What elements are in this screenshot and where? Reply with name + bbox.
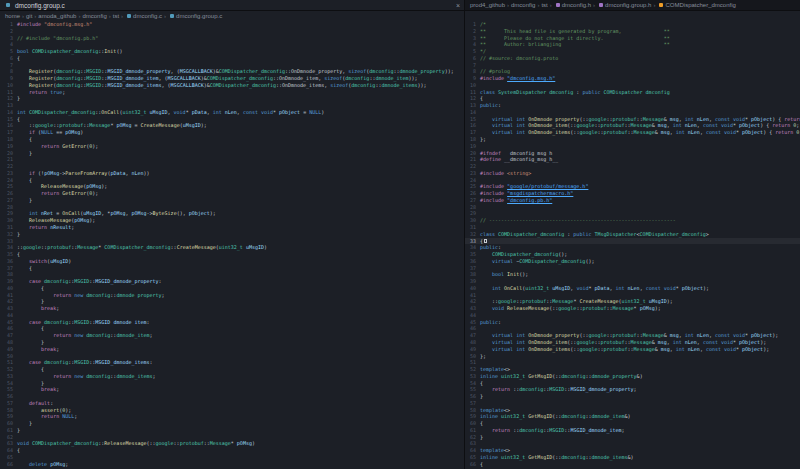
code-line[interactable]: 52 { [0,366,464,373]
code-line[interactable]: 55 return ::dmconfig::MSGID::MSGID_dmnod… [465,386,800,393]
code-line[interactable]: 26#include "msgdispatchermacro.h" [465,190,800,197]
code-line[interactable]: 20#ifndef __dmconfig_msg_h__ [465,150,800,157]
breadcrumb-item[interactable]: dmconfig [511,2,535,8]
code-line[interactable]: 40 int OnCall(uint32_t uMsgID, void* pDa… [465,285,800,292]
code-line[interactable]: 26 return GetError(0); [0,190,464,197]
code-line[interactable]: 11 return true; [0,89,464,96]
code-line[interactable]: 9#include "dmconfig.msg.h" [465,75,800,82]
breadcrumb-item[interactable]: dmconfig.group.h [605,2,651,8]
code-line[interactable]: 23#include <string> [465,170,800,177]
code-line[interactable]: 4 [0,41,464,48]
code-line[interactable]: 27 } [0,197,464,204]
code-line[interactable]: 6// #source: dmconfig.proto [465,55,800,62]
code-line[interactable]: 53inline uint32_t GetMsgID(::dmconfig::d… [465,373,800,380]
code-line[interactable]: 39 case dmconfig::MSGID::MSGID_dmnode_pr… [0,278,464,285]
code-line[interactable]: 13public: [465,102,800,109]
code-line[interactable]: 3// #include "dmconfig.pb.h" [0,35,464,42]
code-line[interactable]: 21 [0,156,464,163]
code-line[interactable]: 5*/ [465,48,800,55]
code-line[interactable]: 45 case dmconfig::MSGID::MSGID_dmnode_it… [0,319,464,326]
code-line[interactable]: 32} [0,231,464,238]
breadcrumb-item[interactable]: tst [541,2,547,8]
code-line[interactable]: 54 } [0,380,464,387]
code-line[interactable]: 22 [465,163,800,170]
breadcrumb-item[interactable]: dmconfig.h [562,2,591,8]
code-line[interactable]: 27#include "dmconfig.pb.h" [465,197,800,204]
code-line[interactable]: 42 } [0,298,464,305]
code-line[interactable]: 15{ [0,116,464,123]
code-line[interactable]: 65 [0,454,464,461]
code-line[interactable]: 18 { [0,136,464,143]
code-line[interactable]: 8 Register(dmconfig::MSGID::MSGID_dmnode… [0,68,464,75]
code-line[interactable]: 62 [0,434,464,441]
code-line[interactable]: 46 { [0,325,464,332]
code-line[interactable]: 35{ [0,251,464,258]
code-line[interactable]: 14 [465,109,800,116]
code-line[interactable]: 6{ [0,55,464,62]
code-line[interactable]: 16 ::google::protobuf::Message* pOMsg = … [0,122,464,129]
code-line[interactable]: 57 [465,400,800,407]
code-line[interactable]: 59 return NULL; [0,413,464,420]
code-line[interactable]: 44 [0,312,464,319]
code-line[interactable]: 5bool COMDispatcher_dmconfig::Init() [0,48,464,55]
code-line[interactable]: 58 assert(0); [0,407,464,414]
code-line[interactable]: 36 virtual ~COMDispatcher_dmconfig(); [465,258,800,265]
code-line[interactable]: 19 return GetError(0); [0,143,464,150]
code-line[interactable]: 32class COMDispatcher_dmconfig : public … [465,231,800,238]
code-line[interactable]: 47 virtual int OnDmnode_property(::googl… [465,332,800,339]
code-line[interactable]: 50 [0,353,464,360]
code-line[interactable]: 48 virtual int OnDmnode_item(::google::p… [465,339,800,346]
code-line[interactable]: 24 { [0,177,464,184]
breadcrumb-item[interactable]: amoda_github [38,13,76,19]
code-line[interactable]: 37 [465,265,800,272]
code-line[interactable]: 36 switch(uMsgID) [0,258,464,265]
code-line[interactable]: 60 } [0,420,464,427]
code-line[interactable]: 40 { [0,285,464,292]
code-line[interactable]: 39 [465,278,800,285]
code-line[interactable]: 34public: [465,244,800,251]
code-line[interactable]: 65inline uint32_t GetMsgID(::dmconfig::d… [465,454,800,461]
tab-dmconfig-group-c[interactable]: dmconfig.group.c × [0,0,464,10]
code-line[interactable]: 33{ [465,238,800,245]
code-line[interactable]: 25 ReleaseMessage(pOMsg); [0,183,464,190]
code-line[interactable]: 19 [465,143,800,150]
code-line[interactable]: 41 [465,292,800,299]
code-line[interactable]: 3** Please do not change it directly. ** [465,35,800,42]
code-line[interactable]: 17 virtual int OnDmnode_items(::google::… [465,129,800,136]
code-line[interactable]: 12} [0,95,464,102]
code-line[interactable]: 1/* [465,21,800,28]
code-line[interactable]: 52template<> [465,366,800,373]
code-line[interactable]: 60{ [465,420,800,427]
code-line[interactable]: 64template<> [465,447,800,454]
code-line[interactable]: 42 ::google::protobuf::Message* CreateMe… [465,298,800,305]
code-line[interactable]: 24 [465,177,800,184]
code-line[interactable]: 16 virtual int OnDmnode_item(::google::p… [465,122,800,129]
code-line[interactable]: 2** This head file is generated by progr… [465,28,800,35]
breadcrumb-item[interactable]: prod4_github [470,2,505,8]
code-line[interactable]: 1#include "dmconfig.msg.h" [0,21,464,28]
code-line[interactable]: 44 [465,312,800,319]
code-line[interactable]: 25#include "google/protobuf/message.h" [465,183,800,190]
code-line[interactable]: 38 [0,271,464,278]
code-line[interactable]: 64{ [0,447,464,454]
code-line[interactable]: 21#define __dmconfig_msg_h__ [465,156,800,163]
breadcrumb-item[interactable]: dmconfig [82,13,106,19]
code-line[interactable]: 56} [465,393,800,400]
code-line[interactable]: 61} [0,427,464,434]
code-line[interactable]: 20 } [0,150,464,157]
code-line[interactable]: 56 [0,393,464,400]
code-line[interactable]: 63 [465,440,800,447]
code-line[interactable]: 61 return ::dmconfig::MSGID::MSGID_dmnod… [465,427,800,434]
code-line[interactable]: 17 if (NULL == pOMsg) [0,129,464,136]
code-line[interactable]: 51 case dmconfig::MSGID::MSGID_dmnode_it… [0,359,464,366]
code-line[interactable]: 59inline uint32_t GetMsgID(::dmconfig::d… [465,413,800,420]
code-line[interactable]: 35 COMDispatcher_dmconfig(); [465,251,800,258]
breadcrumb-item[interactable]: COMDispatcher_dmconfig [665,2,735,8]
code-line[interactable]: 43 void ReleaseMessage(::google::protobu… [465,305,800,312]
code-line[interactable]: 47 return new dmconfig::dmnode_item; [0,332,464,339]
code-line[interactable]: 51 [465,359,800,366]
code-line[interactable]: 15 virtual int OnDmnode_property(::googl… [465,116,800,123]
code-line[interactable]: 11class SystemDispatcher_dmconfig : publ… [465,89,800,96]
code-line[interactable]: 62} [465,434,800,441]
code-line[interactable]: 41 return new dmconfig::dmnode_property; [0,292,464,299]
